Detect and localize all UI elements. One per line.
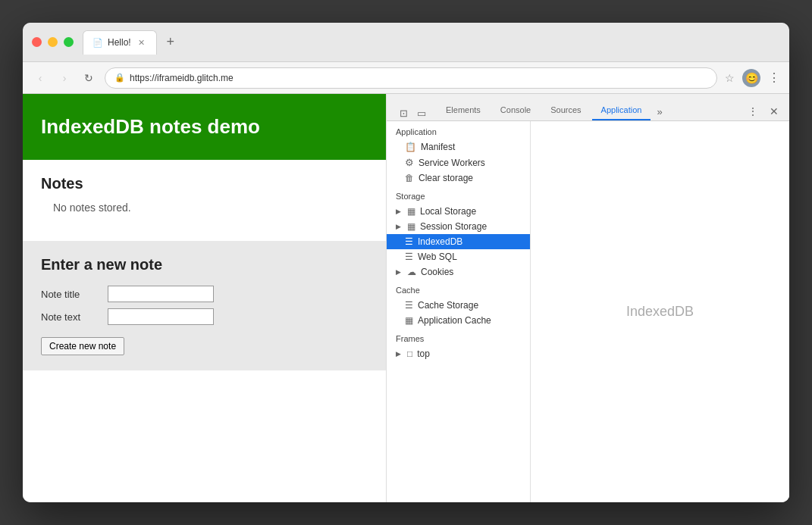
devtools-device-icon[interactable]: ▭ [414, 105, 429, 120]
devtools-more-actions-button[interactable]: ⋮ [744, 102, 762, 120]
cookies-arrow: ▶ [396, 268, 401, 276]
notes-title: Notes [41, 175, 368, 192]
lock-icon: 🔒 [114, 73, 125, 83]
tab-bar: 📄 Hello! ✕ + [83, 30, 780, 55]
form-section: Enter a new note Note title Note text Cr… [23, 241, 386, 370]
top-frame-arrow: ▶ [396, 350, 401, 358]
minimize-button[interactable] [48, 37, 58, 47]
sidebar-item-manifest[interactable]: 📋 Manifest [387, 139, 530, 155]
devtools-panel: ⊡ ▭ Elements Console Sources Application… [387, 94, 789, 502]
application-section-label: Application [387, 121, 530, 139]
note-title-input[interactable] [108, 286, 214, 302]
note-text-label: Note text [41, 311, 102, 323]
sidebar-item-indexeddb-label: IndexedDB [418, 236, 462, 247]
url-text: https://iframeidb.glitch.me [130, 73, 707, 83]
browser-tab[interactable]: 📄 Hello! ✕ [83, 30, 157, 55]
devtools-inspect-icon[interactable]: ⊡ [396, 105, 411, 120]
sidebar-item-clear-storage[interactable]: 🗑 Clear storage [387, 170, 530, 186]
cookies-icon: ☁ [407, 267, 416, 277]
create-note-button[interactable]: Create new note [41, 337, 124, 355]
sidebar-item-cache-storage-label: Cache Storage [418, 300, 478, 311]
sidebar-item-service-workers[interactable]: ⚙ Service Workers [387, 155, 530, 170]
sidebar-item-cookies-label: Cookies [421, 267, 453, 277]
tab-console[interactable]: Console [491, 101, 540, 120]
sidebar-item-cookies[interactable]: ▶ ☁ Cookies [387, 264, 530, 280]
note-text-row: Note text [41, 308, 368, 325]
menu-button[interactable]: ⋮ [768, 70, 780, 85]
main-area: IndexedDB notes demo Notes No notes stor… [23, 94, 789, 502]
devtools-actions: ⋮ ✕ [744, 102, 783, 120]
clear-storage-icon: 🗑 [405, 173, 414, 183]
indexeddb-icon: ☰ [405, 236, 413, 247]
tab-page-icon: 📄 [92, 38, 103, 48]
devtools-close-button[interactable]: ✕ [765, 102, 783, 120]
webpage: IndexedDB notes demo Notes No notes stor… [23, 94, 387, 502]
cache-storage-icon: ☰ [405, 300, 413, 311]
session-storage-icon: ▦ [407, 221, 415, 232]
storage-section-label: Storage [387, 186, 530, 204]
forward-button[interactable]: › [56, 70, 73, 86]
sidebar-item-clear-storage-label: Clear storage [419, 173, 473, 183]
more-tabs-button[interactable]: » [652, 103, 666, 120]
traffic-lights [32, 37, 74, 47]
url-bar[interactable]: 🔒 https://iframeidb.glitch.me [105, 67, 717, 89]
note-text-input[interactable] [108, 308, 214, 325]
local-storage-arrow: ▶ [396, 208, 401, 215]
devtools-body: Application 📋 Manifest ⚙ Service Workers… [387, 121, 789, 502]
sidebar-item-session-storage-label: Session Storage [420, 221, 487, 232]
manifest-icon: 📋 [405, 142, 416, 152]
sidebar-item-indexeddb[interactable]: ☰ IndexedDB [387, 234, 530, 249]
sidebar-item-service-workers-label: Service Workers [419, 158, 485, 168]
tab-sources[interactable]: Sources [541, 101, 590, 120]
service-workers-icon: ⚙ [405, 157, 414, 168]
maximize-button[interactable] [64, 37, 74, 47]
sidebar-item-cache-storage[interactable]: ☰ Cache Storage [387, 298, 530, 313]
devtools-main-panel: IndexedDB [531, 121, 789, 502]
sidebar-item-top-frame[interactable]: ▶ □ top [387, 346, 530, 361]
new-tab-button[interactable]: + [160, 32, 181, 53]
page-content: Notes No notes stored. [23, 160, 386, 229]
devtools-panel-placeholder-text: IndexedDB [626, 304, 694, 320]
bookmark-button[interactable]: ☆ [725, 72, 735, 84]
profile-button[interactable]: 😊 [742, 69, 760, 87]
notes-section: Notes No notes stored. [41, 175, 368, 214]
back-button[interactable]: ‹ [32, 70, 49, 86]
reload-button[interactable]: ↻ [80, 70, 97, 86]
devtools-tab-bar: ⊡ ▭ Elements Console Sources Application… [387, 94, 789, 121]
devtools-icons-left: ⊡ ▭ [393, 105, 432, 120]
no-notes-text: No notes stored. [53, 202, 368, 214]
browser-window: 📄 Hello! ✕ + ‹ › ↻ 🔒 https://iframeidb.g… [23, 23, 789, 502]
sidebar-item-application-cache[interactable]: ▦ Application Cache [387, 313, 530, 328]
note-title-row: Note title [41, 286, 368, 302]
application-cache-icon: ▦ [405, 315, 413, 326]
session-storage-arrow: ▶ [396, 223, 401, 230]
sidebar-item-local-storage-label: Local Storage [420, 206, 476, 217]
cache-section-label: Cache [387, 280, 530, 298]
sidebar-item-application-cache-label: Application Cache [418, 315, 491, 326]
tab-application[interactable]: Application [592, 101, 651, 120]
sidebar-item-web-sql-label: Web SQL [418, 252, 457, 262]
sidebar-item-local-storage[interactable]: ▶ ▦ Local Storage [387, 204, 530, 219]
devtools-sidebar: Application 📋 Manifest ⚙ Service Workers… [387, 121, 531, 502]
sidebar-item-manifest-label: Manifest [421, 142, 455, 152]
tab-title: Hello! [108, 37, 131, 48]
address-bar: ‹ › ↻ 🔒 https://iframeidb.glitch.me ☆ 😊 … [23, 62, 789, 94]
sidebar-item-web-sql[interactable]: ☰ Web SQL [387, 249, 530, 264]
top-frame-icon: □ [407, 348, 412, 359]
page-header: IndexedDB notes demo [23, 94, 386, 160]
tab-elements[interactable]: Elements [437, 101, 490, 120]
sidebar-item-top-frame-label: top [417, 348, 430, 359]
form-title: Enter a new note [41, 256, 368, 273]
title-bar: 📄 Hello! ✕ + [23, 23, 789, 62]
web-sql-icon: ☰ [405, 252, 413, 262]
sidebar-item-session-storage[interactable]: ▶ ▦ Session Storage [387, 219, 530, 234]
note-title-label: Note title [41, 289, 102, 300]
page-main-title: IndexedDB notes demo [41, 115, 368, 139]
frames-section-label: Frames [387, 328, 530, 346]
close-button[interactable] [32, 37, 42, 47]
tab-close-button[interactable]: ✕ [136, 37, 147, 48]
local-storage-icon: ▦ [407, 206, 415, 217]
